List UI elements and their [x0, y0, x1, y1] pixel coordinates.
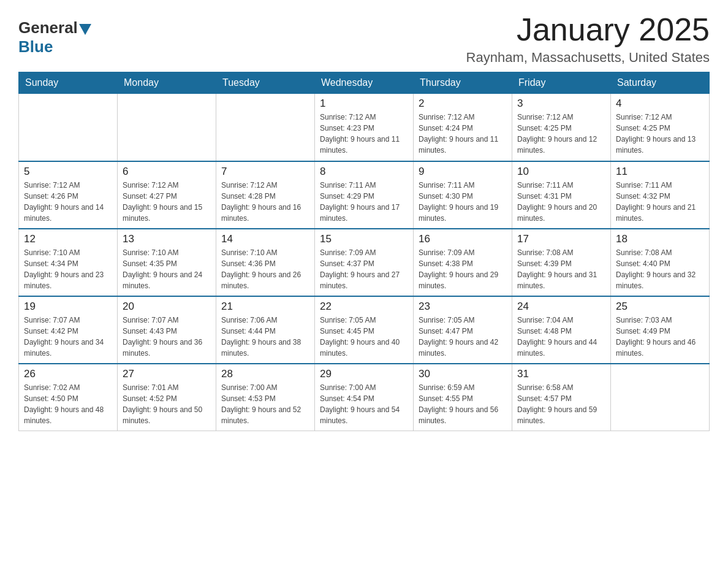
- calendar-header-tuesday: Tuesday: [216, 72, 315, 94]
- day-info: Sunrise: 7:12 AMSunset: 4:28 PMDaylight:…: [221, 180, 309, 224]
- day-number: 27: [123, 368, 211, 380]
- day-info: Sunrise: 7:07 AMSunset: 4:42 PMDaylight:…: [24, 315, 112, 359]
- day-number: 13: [123, 233, 211, 245]
- day-info: Sunrise: 7:05 AMSunset: 4:45 PMDaylight:…: [320, 315, 408, 359]
- day-number: 31: [517, 368, 605, 380]
- day-info: Sunrise: 7:12 AMSunset: 4:24 PMDaylight:…: [419, 112, 507, 156]
- day-number: 5: [24, 166, 112, 178]
- day-info: Sunrise: 7:11 AMSunset: 4:32 PMDaylight:…: [616, 180, 704, 224]
- calendar-header-row: SundayMondayTuesdayWednesdayThursdayFrid…: [19, 72, 710, 94]
- location-title: Raynham, Massachusetts, United States: [466, 50, 710, 66]
- day-number: 8: [320, 166, 408, 178]
- day-info: Sunrise: 6:58 AMSunset: 4:57 PMDaylight:…: [517, 382, 605, 426]
- day-number: 11: [616, 166, 704, 178]
- day-info: Sunrise: 7:04 AMSunset: 4:48 PMDaylight:…: [517, 315, 605, 359]
- calendar-header-monday: Monday: [118, 72, 216, 94]
- day-info: Sunrise: 7:02 AMSunset: 4:50 PMDaylight:…: [24, 382, 112, 426]
- day-number: 23: [419, 301, 507, 313]
- calendar-week-row: 19Sunrise: 7:07 AMSunset: 4:42 PMDayligh…: [19, 296, 710, 364]
- day-number: 21: [221, 301, 309, 313]
- day-number: 9: [419, 166, 507, 178]
- calendar-table: SundayMondayTuesdayWednesdayThursdayFrid…: [18, 72, 710, 431]
- day-info: Sunrise: 7:09 AMSunset: 4:38 PMDaylight:…: [419, 247, 507, 291]
- calendar-cell: 12Sunrise: 7:10 AMSunset: 4:34 PMDayligh…: [19, 229, 118, 296]
- day-info: Sunrise: 7:12 AMSunset: 4:27 PMDaylight:…: [123, 180, 211, 224]
- calendar-cell: 27Sunrise: 7:01 AMSunset: 4:52 PMDayligh…: [118, 364, 216, 431]
- calendar-cell: 29Sunrise: 7:00 AMSunset: 4:54 PMDayligh…: [315, 364, 414, 431]
- day-number: 14: [221, 233, 309, 245]
- day-number: 17: [517, 233, 605, 245]
- day-info: Sunrise: 7:10 AMSunset: 4:34 PMDaylight:…: [24, 247, 112, 291]
- calendar-week-row: 1Sunrise: 7:12 AMSunset: 4:23 PMDaylight…: [19, 94, 710, 161]
- calendar-cell: 3Sunrise: 7:12 AMSunset: 4:25 PMDaylight…: [512, 94, 611, 161]
- calendar-cell: 14Sunrise: 7:10 AMSunset: 4:36 PMDayligh…: [216, 229, 315, 296]
- day-info: Sunrise: 7:08 AMSunset: 4:39 PMDaylight:…: [517, 247, 605, 291]
- calendar-week-row: 12Sunrise: 7:10 AMSunset: 4:34 PMDayligh…: [19, 229, 710, 296]
- logo-blue-text: Blue: [18, 37, 53, 56]
- calendar-header-wednesday: Wednesday: [315, 72, 414, 94]
- day-number: 25: [616, 301, 704, 313]
- title-section: January 2025 Raynham, Massachusetts, Uni…: [466, 12, 710, 66]
- day-number: 6: [123, 166, 211, 178]
- calendar-cell: [19, 94, 118, 161]
- day-info: Sunrise: 6:59 AMSunset: 4:55 PMDaylight:…: [419, 382, 507, 426]
- day-number: 12: [24, 233, 112, 245]
- calendar-cell: 11Sunrise: 7:11 AMSunset: 4:32 PMDayligh…: [611, 161, 710, 229]
- calendar-week-row: 26Sunrise: 7:02 AMSunset: 4:50 PMDayligh…: [19, 364, 710, 431]
- month-title: January 2025: [466, 12, 710, 47]
- day-info: Sunrise: 7:05 AMSunset: 4:47 PMDaylight:…: [419, 315, 507, 359]
- day-number: 30: [419, 368, 507, 380]
- day-number: 7: [221, 166, 309, 178]
- day-info: Sunrise: 7:03 AMSunset: 4:49 PMDaylight:…: [616, 315, 704, 359]
- calendar-cell: 4Sunrise: 7:12 AMSunset: 4:25 PMDaylight…: [611, 94, 710, 161]
- day-number: 22: [320, 301, 408, 313]
- calendar-cell: 13Sunrise: 7:10 AMSunset: 4:35 PMDayligh…: [118, 229, 216, 296]
- calendar-cell: 16Sunrise: 7:09 AMSunset: 4:38 PMDayligh…: [414, 229, 512, 296]
- day-info: Sunrise: 7:12 AMSunset: 4:25 PMDaylight:…: [616, 112, 704, 156]
- day-number: 16: [419, 233, 507, 245]
- day-info: Sunrise: 7:00 AMSunset: 4:53 PMDaylight:…: [221, 382, 309, 426]
- calendar-cell: 2Sunrise: 7:12 AMSunset: 4:24 PMDaylight…: [414, 94, 512, 161]
- calendar-cell: 17Sunrise: 7:08 AMSunset: 4:39 PMDayligh…: [512, 229, 611, 296]
- calendar-cell: 22Sunrise: 7:05 AMSunset: 4:45 PMDayligh…: [315, 296, 414, 364]
- day-info: Sunrise: 7:00 AMSunset: 4:54 PMDaylight:…: [320, 382, 408, 426]
- day-info: Sunrise: 7:12 AMSunset: 4:25 PMDaylight:…: [517, 112, 605, 156]
- calendar-cell: [611, 364, 710, 431]
- calendar-cell: 31Sunrise: 6:58 AMSunset: 4:57 PMDayligh…: [512, 364, 611, 431]
- calendar-cell: 21Sunrise: 7:06 AMSunset: 4:44 PMDayligh…: [216, 296, 315, 364]
- calendar-header-sunday: Sunday: [19, 72, 118, 94]
- calendar-cell: 5Sunrise: 7:12 AMSunset: 4:26 PMDaylight…: [19, 161, 118, 229]
- day-number: 15: [320, 233, 408, 245]
- day-info: Sunrise: 7:10 AMSunset: 4:36 PMDaylight:…: [221, 247, 309, 291]
- day-number: 10: [517, 166, 605, 178]
- calendar-cell: 9Sunrise: 7:11 AMSunset: 4:30 PMDaylight…: [414, 161, 512, 229]
- calendar-cell: [118, 94, 216, 161]
- day-number: 26: [24, 368, 112, 380]
- logo-triangle-icon: [79, 24, 91, 35]
- day-number: 18: [616, 233, 704, 245]
- day-number: 20: [123, 301, 211, 313]
- calendar-header-saturday: Saturday: [611, 72, 710, 94]
- calendar-cell: 23Sunrise: 7:05 AMSunset: 4:47 PMDayligh…: [414, 296, 512, 364]
- day-number: 28: [221, 368, 309, 380]
- calendar-cell: 25Sunrise: 7:03 AMSunset: 4:49 PMDayligh…: [611, 296, 710, 364]
- calendar-cell: 7Sunrise: 7:12 AMSunset: 4:28 PMDaylight…: [216, 161, 315, 229]
- day-number: 29: [320, 368, 408, 380]
- calendar-cell: 28Sunrise: 7:00 AMSunset: 4:53 PMDayligh…: [216, 364, 315, 431]
- calendar-header-thursday: Thursday: [414, 72, 512, 94]
- calendar-cell: 10Sunrise: 7:11 AMSunset: 4:31 PMDayligh…: [512, 161, 611, 229]
- calendar-header-friday: Friday: [512, 72, 611, 94]
- calendar-cell: 24Sunrise: 7:04 AMSunset: 4:48 PMDayligh…: [512, 296, 611, 364]
- calendar-cell: 1Sunrise: 7:12 AMSunset: 4:23 PMDaylight…: [315, 94, 414, 161]
- day-number: 1: [320, 98, 408, 110]
- page-header: General Blue January 2025 Raynham, Massa…: [18, 12, 710, 66]
- day-info: Sunrise: 7:11 AMSunset: 4:29 PMDaylight:…: [320, 180, 408, 224]
- calendar-cell: [216, 94, 315, 161]
- day-number: 3: [517, 98, 605, 110]
- day-info: Sunrise: 7:11 AMSunset: 4:31 PMDaylight:…: [517, 180, 605, 224]
- calendar-cell: 18Sunrise: 7:08 AMSunset: 4:40 PMDayligh…: [611, 229, 710, 296]
- day-info: Sunrise: 7:09 AMSunset: 4:37 PMDaylight:…: [320, 247, 408, 291]
- calendar-cell: 15Sunrise: 7:09 AMSunset: 4:37 PMDayligh…: [315, 229, 414, 296]
- day-info: Sunrise: 7:12 AMSunset: 4:23 PMDaylight:…: [320, 112, 408, 156]
- day-number: 2: [419, 98, 507, 110]
